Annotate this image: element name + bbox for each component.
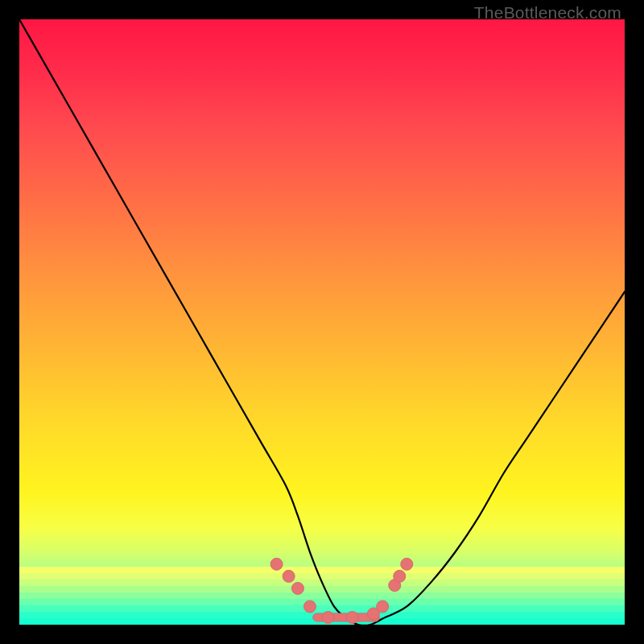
threshold-dot	[401, 558, 413, 570]
curve-layer	[19, 19, 625, 625]
watermark-text: TheBottleneck.com	[474, 3, 621, 23]
threshold-dot	[377, 601, 389, 613]
threshold-dot	[322, 611, 334, 623]
threshold-dot	[394, 570, 406, 582]
bottleneck-curve	[19, 19, 625, 625]
threshold-dot	[346, 611, 358, 623]
plot-area	[19, 19, 625, 625]
threshold-dot	[291, 582, 303, 594]
chart-frame: TheBottleneck.com	[0, 0, 644, 644]
threshold-dot	[270, 558, 283, 570]
threshold-dot	[303, 601, 316, 613]
threshold-dot	[283, 570, 295, 582]
